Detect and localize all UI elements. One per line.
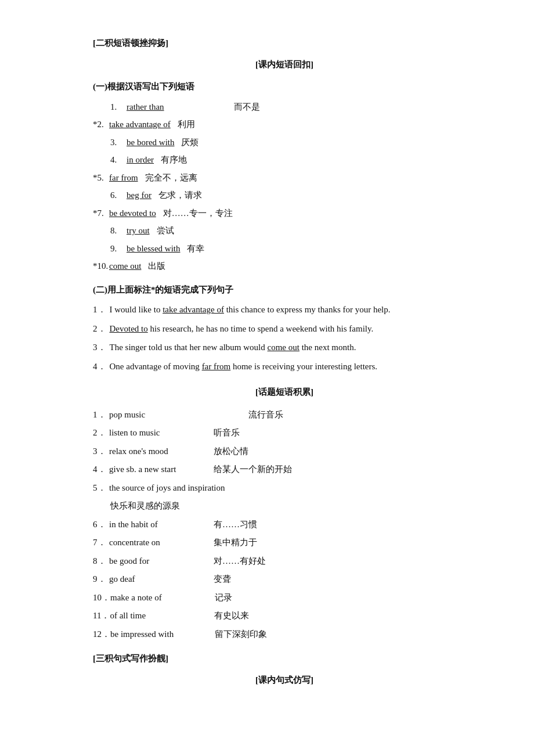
section-header-4: [三积句式写作扮靓] [93,650,476,667]
phrase-cn-1: 而不是 [234,99,260,116]
phrase-num-4: 4. [110,152,127,168]
vocab-cn-11: 有史以来 [214,607,249,624]
phrase-item-2: *2. take advantage of 利用 [93,116,476,133]
sentence-item-3: 3． The singer told us that her new album… [93,339,476,356]
vocab-item-10: 10． make a note of 记录 [93,589,476,606]
phrase-en-7: be devoted to [109,205,156,222]
sentence-underline-4: far from [202,362,231,371]
phrase-item-6: 6. beg for 乞求，请求 [110,187,476,204]
vocab-en-9: go deaf [109,571,214,588]
sentence-num-3: 3． [93,339,106,356]
sentence-text-4: One advantage of moving far from home is… [110,358,378,375]
phrases-list: 1. rather than 而不是 *2. take advantage of… [93,99,476,275]
phrase-cn-4: 有序地 [161,152,187,168]
phrase-item-7: *7. be devoted to 对……专一，专注 [93,205,476,222]
vocab-item-9: 9． go deaf 变聋 [93,571,476,588]
vocab-item-11: 11． of all time 有史以来 [93,607,476,624]
vocab-list: 1． pop music 流行音乐 2． listen to music 听音乐… [93,406,476,643]
phrase-en-8: try out [127,222,150,239]
phrase-item-5: *5. far from 完全不，远离 [93,170,476,186]
sub-header-2: (二)用上面标注*的短语完成下列句子 [93,282,476,298]
vocab-en-3: relax one's mood [109,443,214,460]
vocab-en-12: be impressed with [110,626,215,643]
phrase-num-7: *7. [93,205,109,222]
phrase-cn-3: 厌烦 [181,134,199,151]
phrase-num-9: 9. [110,240,127,257]
phrase-cn-9: 有幸 [187,240,204,257]
vocab-num-12: 12． [93,626,110,643]
vocab-en-2: listen to music [109,424,214,441]
phrase-item-9: 9. be blessed with 有幸 [110,240,476,257]
phrase-item-10: *10. come out 出版 [93,258,476,275]
phrase-item-1: 1. rather than 而不是 [110,99,476,116]
vocab-cn-10: 记录 [215,589,232,606]
phrase-num-6: 6. [110,187,127,204]
vocab-cn-7: 集中精力于 [214,534,257,551]
vocab-en-7: concentrate on [109,534,214,551]
vocab-en-10: make a note of [110,589,215,606]
sentence-num-1: 1． [93,301,106,318]
sentence-underline-2: Devoted to [110,324,148,333]
center-header-5: [课内句式仿写] [93,672,476,689]
phrase-en-9: be blessed with [127,240,180,257]
vocab-item-7: 7． concentrate on 集中精力于 [93,534,476,551]
vocab-item-5: 5． the source of joys and inspiration [93,480,476,496]
vocab-cn-1: 流行音乐 [248,406,283,423]
vocab-cn-8: 对……有好处 [214,553,266,570]
sentence-item-4: 4． One advantage of moving far from home… [93,358,476,375]
sentence-underline-1: take advantage of [163,305,224,314]
sentence-num-4: 4． [93,358,106,375]
vocab-num-1: 1． [93,406,109,423]
phrase-en-3: be bored with [127,134,174,151]
sentence-item-1: 1． I would like to take advantage of thi… [93,301,476,318]
phrase-en-6: beg for [127,187,151,204]
sentence-item-2: 2． Devoted to his research, he has no ti… [93,321,476,337]
vocab-cn-4: 给某人一个新的开始 [214,461,292,478]
vocab-item-6: 6． in the habit of 有……习惯 [93,516,476,533]
vocab-cn-3: 放松心情 [214,443,248,460]
vocab-cn-12: 留下深刻印象 [215,626,267,643]
sentence-underline-3: come out [268,343,300,352]
phrase-cn-5: 完全不，远离 [145,170,197,186]
vocab-num-4: 4． [93,461,109,478]
sentence-num-2: 2． [93,321,106,337]
vocab-num-5: 5． [93,480,109,496]
phrase-cn-10: 出版 [148,258,165,275]
vocab-en-11: of all time [110,607,214,624]
phrase-en-10: come out [109,258,141,275]
vocab-en-5: the source of joys and inspiration [109,480,225,496]
phrase-item-4: 4. in order 有序地 [110,152,476,168]
phrase-num-8: 8. [110,222,127,239]
vocab-item-2: 2． listen to music 听音乐 [93,424,476,441]
phrase-item-8: 8. try out 尝试 [110,222,476,239]
vocab-cn-5: 快乐和灵感的源泉 [110,498,180,514]
phrase-en-1: rather than [127,99,164,116]
phrase-item-3: 3. be bored with 厌烦 [110,134,476,151]
vocab-num-7: 7． [93,534,109,551]
center-header-2: [课内短语回扣] [93,56,476,73]
phrase-cn-6: 乞求，请求 [158,187,202,204]
vocab-item-8: 8． be good for 对……有好处 [93,553,476,570]
vocab-item-12: 12． be impressed with 留下深刻印象 [93,626,476,643]
sentence-text-2: Devoted to his research, he has no time … [110,321,374,337]
vocab-en-4: give sb. a new start [109,461,214,478]
vocab-num-3: 3． [93,443,109,460]
vocab-en-1: pop music [109,406,214,423]
vocab-num-11: 11． [93,607,110,624]
sentence-text-1: I would like to take advantage of this c… [110,301,391,318]
phrase-cn-7: 对……专一，专注 [163,205,233,222]
phrase-num-3: 3. [110,134,127,151]
center-header-3: [话题短语积累] [93,384,476,401]
vocab-cn-6: 有……习惯 [214,516,257,533]
vocab-num-2: 2． [93,424,109,441]
vocab-en-6: in the habit of [109,516,214,533]
vocab-item-1: 1． pop music 流行音乐 [93,406,476,423]
sentence-text-3: The singer told us that her new album wo… [110,339,356,356]
phrase-num-2: *2. [93,116,109,133]
phrase-en-5: far from [109,170,138,186]
phrase-num-1: 1. [110,99,127,116]
sentences-list: 1． I would like to take advantage of thi… [93,301,476,375]
vocab-num-6: 6． [93,516,109,533]
phrase-en-4: in order [127,152,154,168]
vocab-cn-2: 听音乐 [214,424,240,441]
